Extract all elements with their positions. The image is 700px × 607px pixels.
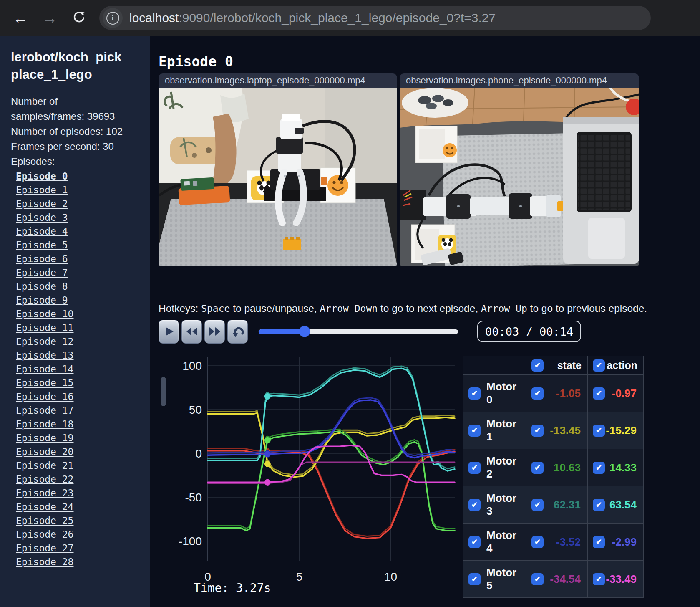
sidebar-episode-link[interactable]: Episode 0 — [11, 169, 150, 183]
sidebar-episode-link[interactable]: Episode 12 — [11, 335, 150, 349]
url-bar[interactable]: i localhost:9090/lerobot/koch_pick_place… — [99, 6, 651, 30]
sidebar-episode-link[interactable]: Episode 22 — [11, 473, 150, 486]
series-line — [208, 451, 455, 539]
sidebar-episode-link[interactable]: Episode 18 — [11, 417, 150, 431]
checkbox[interactable]: ✔ — [468, 499, 481, 511]
motor-state-value: -34.54 — [550, 573, 581, 586]
sidebar-episode-link[interactable]: Episode 3 — [11, 211, 150, 225]
motor-action-cell: ✔-2.99 — [588, 524, 643, 560]
sidebar-episode-link[interactable]: Episode 20 — [11, 445, 150, 459]
sidebar-episode-link[interactable]: Episode 13 — [11, 349, 150, 362]
dataset-info: Number of samples/frames: 39693 Number o… — [11, 94, 133, 169]
laptop-camera-scene — [159, 88, 397, 266]
motor-chart[interactable]: 100500-50-1000510 — [166, 353, 458, 586]
emoji-box — [415, 126, 457, 163]
checkbox[interactable]: ✔ — [468, 387, 481, 400]
sidebar-episode-link[interactable]: Episode 14 — [11, 362, 150, 376]
video-phone[interactable] — [400, 88, 639, 266]
sidebar-episode-link[interactable]: Episode 8 — [11, 280, 150, 293]
checkbox[interactable]: ✔ — [468, 573, 481, 585]
checkbox[interactable]: ✔ — [531, 359, 544, 372]
checkbox[interactable]: ✔ — [468, 536, 481, 548]
checkbox[interactable]: ✔ — [468, 462, 481, 474]
sidebar-episode-link[interactable]: Episode 9 — [11, 293, 150, 307]
checkbox[interactable]: ✔ — [593, 462, 605, 474]
wrist-camera — [295, 128, 304, 134]
checkbox[interactable]: ✔ — [531, 573, 544, 585]
motor-action-value: 14.33 — [609, 461, 637, 474]
sidebar-episode-link[interactable]: Episode 4 — [11, 225, 150, 238]
loop-button[interactable] — [227, 320, 248, 344]
checkbox[interactable]: ✔ — [531, 536, 544, 548]
back-icon[interactable]: ← — [12, 10, 29, 26]
motor-state-value: 10.63 — [554, 461, 581, 474]
sidebar-episode-link[interactable]: Episode 10 — [11, 307, 150, 321]
play-button[interactable] — [159, 320, 179, 344]
sidebar-episode-link[interactable]: Episode 21 — [11, 459, 150, 473]
series-line — [208, 413, 455, 477]
current-time-dot-action — [264, 437, 271, 443]
scrollbar-thumb[interactable] — [161, 377, 166, 406]
checkbox[interactable]: ✔ — [531, 387, 544, 400]
forward-icon[interactable]: → — [41, 10, 58, 26]
sidebar-episode-link[interactable]: Episode 1 — [11, 183, 150, 197]
site-info-icon[interactable]: i — [103, 8, 123, 28]
checkbox[interactable]: ✔ — [593, 573, 605, 585]
sidebar-episode-link[interactable]: Episode 11 — [11, 321, 150, 335]
hotkey-key: Arrow Down — [320, 303, 378, 314]
sidebar-episode-link[interactable]: Episode 15 — [11, 376, 150, 390]
motor-state-value: -13.45 — [550, 424, 581, 437]
seek-slider-thumb[interactable] — [299, 326, 310, 337]
sidebar-episode-link[interactable]: Episode 16 — [11, 390, 150, 404]
column-header-label: action — [607, 359, 637, 372]
reload-icon-glyph — [72, 10, 86, 24]
checkbox[interactable]: ✔ — [531, 499, 544, 511]
sidebar-episode-link[interactable]: Episode 5 — [11, 238, 150, 252]
checkbox[interactable]: ✔ — [531, 425, 544, 437]
motor-table: ✔state✔action✔Motor 0✔-1.05✔-0.97✔Motor … — [463, 356, 644, 598]
sidebar-episode-link[interactable]: Episode 27 — [11, 541, 150, 555]
checkbox[interactable]: ✔ — [593, 499, 605, 511]
checkbox[interactable]: ✔ — [593, 359, 605, 372]
sidebar-episode-link[interactable]: Episode 28 — [11, 555, 150, 569]
motor-state-value: 62.31 — [554, 498, 581, 511]
sidebar-episode-link[interactable]: Episode 19 — [11, 431, 150, 445]
sidebar-episode-link[interactable]: Episode 17 — [11, 404, 150, 417]
page-title: Episode 0 — [159, 53, 233, 70]
reload-icon[interactable] — [70, 10, 88, 26]
motor-state-cell: ✔-1.05 — [526, 375, 587, 412]
sidebar-episode-link[interactable]: Episode 24 — [11, 500, 150, 514]
current-time-dot-action — [264, 451, 271, 458]
motor-action-cell: ✔-0.97 — [588, 375, 643, 412]
sidebar-episode-link[interactable]: Episode 26 — [11, 528, 150, 541]
checkbox[interactable]: ✔ — [593, 536, 605, 548]
sidebar-episode-link[interactable]: Episode 25 — [11, 514, 150, 528]
sidebar-episode-link[interactable]: Episode 2 — [11, 197, 150, 211]
table-corner-cell — [463, 356, 526, 374]
motor-label: Motor 4 — [486, 529, 519, 555]
lego-brick — [283, 237, 301, 250]
episode-list: Episode 0Episode 1Episode 2Episode 3Epis… — [11, 169, 150, 569]
sidebar-episode-link[interactable]: Episode 23 — [11, 486, 150, 500]
sidebar-episode-link[interactable]: Episode 6 — [11, 252, 150, 266]
video-laptop[interactable] — [159, 88, 397, 266]
seek-slider[interactable] — [259, 329, 458, 334]
dataset-title: lerobot/koch_pick_place_1_lego — [11, 48, 136, 83]
checkbox[interactable]: ✔ — [593, 425, 605, 437]
current-time-dot-action — [264, 393, 271, 400]
column-header-label: state — [557, 359, 582, 372]
sidebar-episode-link[interactable]: Episode 7 — [11, 266, 150, 280]
url-text: localhost:9090/lerobot/koch_pick_place_1… — [129, 11, 496, 25]
checkbox[interactable]: ✔ — [468, 425, 481, 437]
video-panel-laptop: observation.images.laptop_episode_000000… — [159, 73, 397, 266]
checkbox[interactable]: ✔ — [531, 462, 544, 474]
motor-state-cell: ✔62.31 — [526, 486, 587, 523]
motor-state-cell: ✔-3.52 — [526, 524, 587, 560]
url-host: localhost — [129, 11, 179, 25]
rewind-button[interactable] — [181, 320, 202, 344]
motor-label: Motor 5 — [486, 566, 519, 592]
fast-forward-button[interactable] — [204, 320, 225, 344]
hotkey-key: Arrow Up — [481, 303, 527, 314]
y-tick-label: 0 — [195, 447, 202, 460]
checkbox[interactable]: ✔ — [593, 387, 605, 400]
